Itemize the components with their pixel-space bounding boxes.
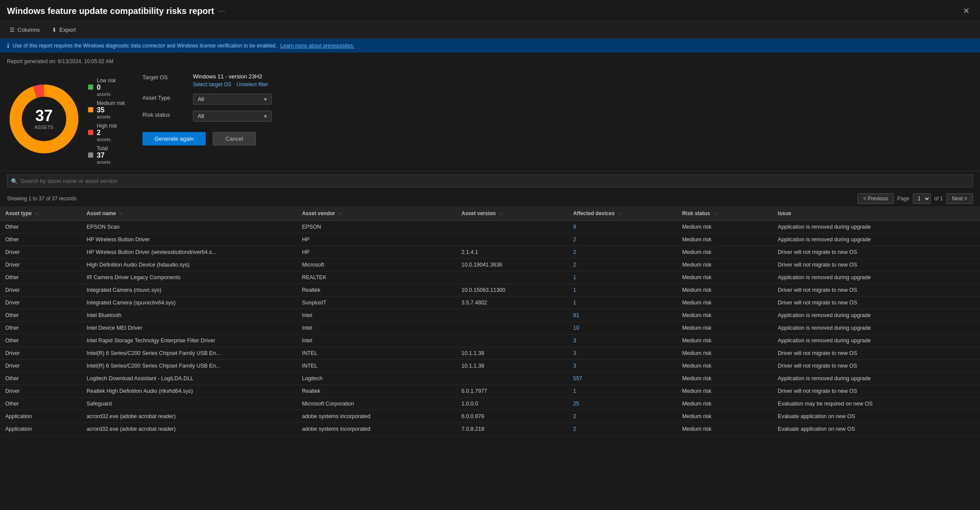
cell-affected-devices[interactable]: 2 [568,246,677,259]
cell-asset-version: 1.0.0.0 [456,398,568,410]
columns-button[interactable]: ☰ Columns [7,25,42,35]
table-row: Other EPSON Scan EPSON 9 Medium risk App… [0,221,980,233]
cell-risk-status: Medium risk [677,271,773,284]
cell-asset-vendor: HP [297,233,456,246]
cell-asset-version [456,233,568,246]
cell-issue: Evaluate application on new OS [773,423,980,436]
cell-risk-status: Medium risk [677,334,773,347]
cell-affected-devices[interactable]: 3 [568,360,677,372]
cell-affected-devices[interactable]: 1 [568,297,677,309]
cell-affected-devices[interactable]: 2 [568,423,677,436]
export-button[interactable]: ⬇ Export [49,25,78,35]
unselect-filter-link[interactable]: Unselect filter [237,81,268,88]
legend-total: Total 37 assets [88,145,125,165]
cell-asset-vendor: REALTEK [297,271,456,284]
cell-asset-vendor: adobe systems incorporated [297,410,456,423]
info-link[interactable]: Learn more about prerequisites. [280,43,354,49]
table-row: Driver HP Wireless Button Driver (wirele… [0,246,980,259]
of-label: of 1 [934,196,943,202]
asset-type-row: Asset Type All Driver Application Other … [142,94,360,105]
cell-affected-devices[interactable]: 10 [568,322,677,334]
cell-affected-devices[interactable]: 3 [568,347,677,360]
col-header-risk-status[interactable]: Risk status ↑↓ [677,206,773,221]
page-title: Windows feature update compatibility ris… [7,6,214,16]
cell-asset-version [456,334,568,347]
table-row: Driver Integrated Camera (spuvxcbv64.sys… [0,297,980,309]
col-header-asset-vendor[interactable]: Asset vendor ↑↓ [297,206,456,221]
table-row: Application acrord32.exe (adobe acrobat … [0,423,980,436]
config-section: Target OS Windows 11 - version 23H2 Sele… [142,73,360,145]
asset-type-select[interactable]: All Driver Application Other [193,94,271,105]
cell-risk-status: Medium risk [677,410,773,423]
cell-asset-vendor: Microsoft Corporation [297,398,456,410]
cell-asset-type: Driver [0,246,81,259]
previous-button[interactable]: < Previous [858,193,894,204]
cell-affected-devices[interactable]: 2 [568,233,677,246]
cell-affected-devices[interactable]: 1 [568,284,677,297]
table-row: Driver Integrated Camera (rtsuvc.sys) Re… [0,284,980,297]
col-header-asset-version[interactable]: Asset version ↑↓ [456,206,568,221]
col-header-asset-name[interactable]: Asset name ↑↓ [81,206,297,221]
sort-icon-asset-type: ↑↓ [35,211,39,216]
cell-asset-name: Logitech Download Assistant - LogiLDA.DL… [81,372,297,385]
cell-affected-devices[interactable]: 3 [568,334,677,347]
search-bar: 🔍 [0,171,980,191]
col-header-asset-type[interactable]: Asset type ↑↓ [0,206,81,221]
cell-asset-name: Realtek High Definition Audio (rtkvhd64.… [81,385,297,398]
cell-asset-vendor: Intel [297,309,456,322]
cell-risk-status: Medium risk [677,398,773,410]
search-input[interactable] [7,175,973,187]
cell-asset-type: Driver [0,360,81,372]
cell-affected-devices[interactable]: 81 [568,309,677,322]
cell-affected-devices[interactable]: 2 [568,259,677,271]
cell-asset-version: 7.0.8.218 [456,423,568,436]
cell-affected-devices[interactable]: 25 [568,398,677,410]
cancel-button[interactable]: Cancel [213,132,255,145]
cell-asset-name: HP Wireless Button Driver [81,233,297,246]
page-select[interactable]: 1 [913,193,931,204]
cell-asset-version [456,271,568,284]
target-os-value: Windows 11 - version 23H2 [193,73,268,80]
close-button[interactable]: ✕ [960,5,973,17]
cell-affected-devices[interactable]: 2 [568,410,677,423]
sort-icon-asset-version: ↑↓ [499,211,503,216]
cell-asset-vendor: SunplusIT [297,297,456,309]
table-row: Other Intel Bluetooth Intel 81 Medium ri… [0,309,980,322]
cell-asset-name: EPSON Scan [81,221,297,233]
cell-asset-type: Other [0,398,81,410]
cell-issue: Application is removed during upgrade [773,334,980,347]
cell-risk-status: Medium risk [677,372,773,385]
cell-risk-status: Medium risk [677,221,773,233]
table-row: Other Logitech Download Assistant - Logi… [0,372,980,385]
legend-high: High risk 2 assets [88,123,125,142]
cell-affected-devices[interactable]: 557 [568,372,677,385]
title-more-icon[interactable]: ··· [218,7,225,16]
select-target-os-link[interactable]: Select target OS [193,81,231,88]
table-row: Other Intel Device MEI Driver Intel 10 M… [0,322,980,334]
generate-again-button[interactable]: Generate again [142,132,206,145]
cell-asset-type: Driver [0,297,81,309]
cell-asset-name: High Definition Audio Device (hdaudio.sy… [81,259,297,271]
cell-asset-type: Driver [0,284,81,297]
risk-status-select[interactable]: All Medium risk High risk Low risk [193,111,271,122]
sort-icon-asset-name: ↑↓ [119,211,123,216]
cell-affected-devices[interactable]: 9 [568,221,677,233]
sort-icon-affected-devices: ↑↓ [618,211,622,216]
data-table: Asset type ↑↓ Asset name ↑↓ Asset vendor… [0,206,980,436]
cell-affected-devices[interactable]: 1 [568,385,677,398]
sort-icon-risk-status: ↑↓ [713,211,718,216]
cell-risk-status: Medium risk [677,347,773,360]
cell-asset-type: Other [0,221,81,233]
cell-issue: Application is removed during upgrade [773,309,980,322]
donut-chart: 37 ASSETS [7,82,81,156]
cell-asset-version: 10.0.19041.3636 [456,259,568,271]
cell-affected-devices[interactable]: 1 [568,271,677,284]
next-button[interactable]: Next > [946,193,973,204]
cell-risk-status: Medium risk [677,284,773,297]
cell-issue: Driver will not migrate to new OS [773,284,980,297]
report-section: 37 ASSETS Low risk 0 assets Medium risk … [0,64,980,169]
table-row: Driver Realtek High Definition Audio (rt… [0,385,980,398]
col-header-affected-devices[interactable]: Affected devices ↑↓ [568,206,677,221]
cell-asset-type: Other [0,322,81,334]
chart-area: 37 ASSETS Low risk 0 assets Medium risk … [7,73,125,165]
